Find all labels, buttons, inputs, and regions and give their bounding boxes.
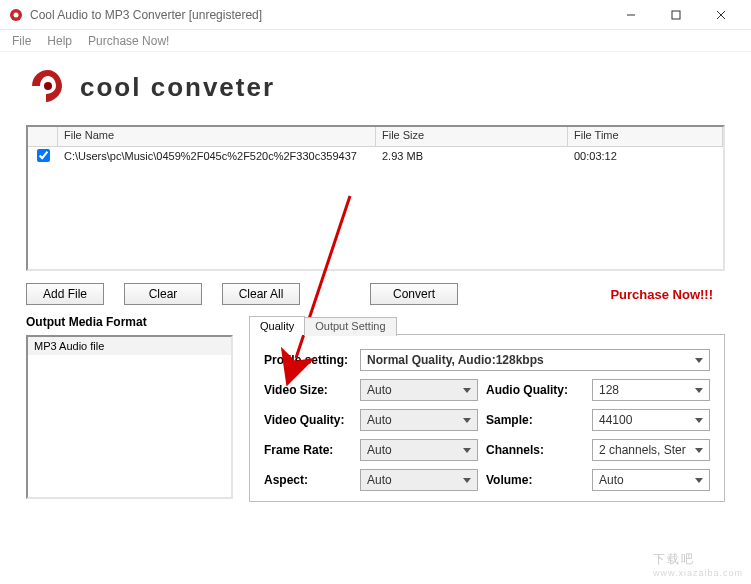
sample-select[interactable]: 44100 xyxy=(592,409,710,431)
button-row: Add File Clear Clear All Convert Purchas… xyxy=(0,277,751,311)
profile-setting-label: Profile setting: xyxy=(264,353,352,367)
tab-body-quality: Profile setting: Normal Quality, Audio:1… xyxy=(249,334,725,502)
aspect-label: Aspect: xyxy=(264,473,352,487)
file-list-header: File Name File Size File Time xyxy=(28,127,723,147)
clear-button[interactable]: Clear xyxy=(124,283,202,305)
file-row-size: 2.93 MB xyxy=(376,149,568,163)
video-quality-label: Video Quality: xyxy=(264,413,352,427)
purchase-now-link[interactable]: Purchase Now!!! xyxy=(610,287,725,302)
channels-select[interactable]: 2 channels, Ster xyxy=(592,439,710,461)
output-media-format-item[interactable]: MP3 Audio file xyxy=(28,337,231,355)
col-header-time[interactable]: File Time xyxy=(568,127,723,146)
menu-file[interactable]: File xyxy=(4,32,39,50)
svg-point-1 xyxy=(14,12,19,17)
video-quality-select[interactable]: Auto xyxy=(360,409,478,431)
col-header-size[interactable]: File Size xyxy=(376,127,568,146)
sample-label: Sample: xyxy=(486,413,584,427)
maximize-button[interactable] xyxy=(653,1,698,29)
watermark: 下载吧 www.xiazaiba.com xyxy=(653,547,743,578)
video-size-select[interactable]: Auto xyxy=(360,379,478,401)
file-list: File Name File Size File Time C:\Users\p… xyxy=(26,125,725,271)
convert-button[interactable]: Convert xyxy=(370,283,458,305)
output-media-format-panel: Output Media Format MP3 Audio file xyxy=(26,315,233,502)
window-title: Cool Audio to MP3 Converter [unregistere… xyxy=(30,8,262,22)
frame-rate-select[interactable]: Auto xyxy=(360,439,478,461)
titlebar: Cool Audio to MP3 Converter [unregistere… xyxy=(0,0,751,30)
settings-tabs: Quality Output Setting Profile setting: … xyxy=(249,315,725,502)
svg-point-6 xyxy=(44,82,52,90)
col-header-check[interactable] xyxy=(28,127,58,146)
file-row-checkbox[interactable] xyxy=(37,149,50,162)
audio-quality-label: Audio Quality: xyxy=(486,383,584,397)
output-media-format-label: Output Media Format xyxy=(26,315,233,329)
file-row-name: C:\Users\pc\Music\0459%2F045c%2F520c%2F3… xyxy=(58,149,376,163)
clear-all-button[interactable]: Clear All xyxy=(222,283,300,305)
menu-purchase[interactable]: Purchase Now! xyxy=(80,32,177,50)
profile-setting-select[interactable]: Normal Quality, Audio:128kbps xyxy=(360,349,710,371)
video-size-label: Video Size: xyxy=(264,383,352,397)
add-file-button[interactable]: Add File xyxy=(26,283,104,305)
logo-area: cool conveter xyxy=(0,52,751,119)
close-button[interactable] xyxy=(698,1,743,29)
output-media-format-list[interactable]: MP3 Audio file xyxy=(26,335,233,499)
file-row-time: 00:03:12 xyxy=(568,149,723,163)
audio-quality-select[interactable]: 128 xyxy=(592,379,710,401)
menubar: File Help Purchase Now! xyxy=(0,30,751,52)
menu-help[interactable]: Help xyxy=(39,32,80,50)
col-header-name[interactable]: File Name xyxy=(58,127,376,146)
svg-rect-3 xyxy=(672,11,680,19)
minimize-button[interactable] xyxy=(608,1,653,29)
aspect-select[interactable]: Auto xyxy=(360,469,478,491)
tab-quality[interactable]: Quality xyxy=(249,316,305,335)
volume-select[interactable]: Auto xyxy=(592,469,710,491)
channels-label: Channels: xyxy=(486,443,584,457)
frame-rate-label: Frame Rate: xyxy=(264,443,352,457)
tab-output-setting[interactable]: Output Setting xyxy=(304,317,396,336)
volume-label: Volume: xyxy=(486,473,584,487)
logo-icon xyxy=(26,64,70,111)
app-icon xyxy=(8,7,24,23)
logo-text: cool conveter xyxy=(80,72,275,103)
file-row[interactable]: C:\Users\pc\Music\0459%2F045c%2F520c%2F3… xyxy=(28,147,723,165)
